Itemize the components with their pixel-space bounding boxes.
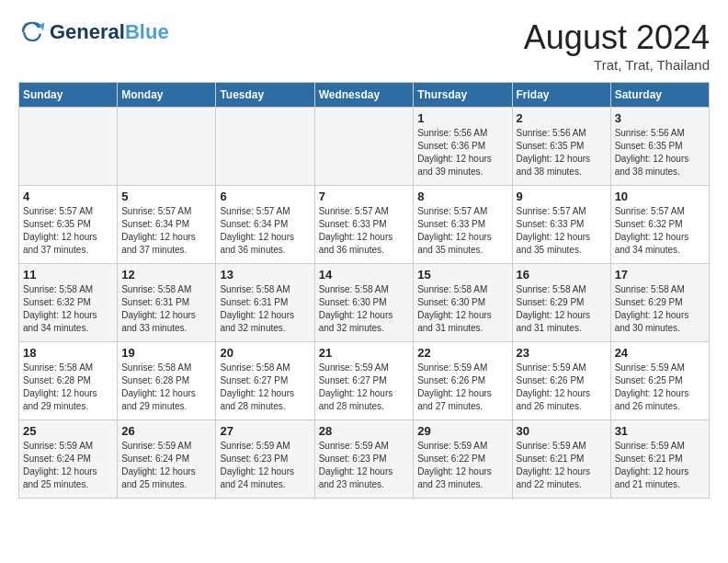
day-info: Sunrise: 5:58 AM Sunset: 6:31 PM Dayligh…: [220, 283, 310, 335]
main-title: August 2024: [524, 18, 710, 57]
logo-icon: [18, 18, 46, 46]
day-number: 1: [417, 111, 507, 125]
day-info: Sunrise: 5:59 AM Sunset: 6:21 PM Dayligh…: [517, 440, 607, 491]
day-info: Sunrise: 5:57 AM Sunset: 6:34 PM Dayligh…: [220, 205, 310, 257]
day-number: 26: [121, 424, 211, 438]
day-number: 17: [615, 268, 705, 282]
calendar-body: 1Sunrise: 5:56 AM Sunset: 6:36 PM Daylig…: [19, 108, 710, 499]
calendar-week-2: 4Sunrise: 5:57 AM Sunset: 6:35 PM Daylig…: [19, 186, 710, 264]
subtitle: Trat, Trat, Thailand: [524, 57, 710, 73]
day-info: Sunrise: 5:58 AM Sunset: 6:30 PM Dayligh…: [417, 283, 507, 335]
col-tuesday: Tuesday: [216, 83, 314, 108]
logo: GeneralBlue: [18, 18, 169, 46]
logo-text: GeneralBlue: [50, 21, 169, 43]
calendar-cell: 29Sunrise: 5:59 AM Sunset: 6:22 PM Dayli…: [414, 420, 512, 499]
day-number: 12: [121, 268, 211, 282]
calendar-cell: 14Sunrise: 5:58 AM Sunset: 6:30 PM Dayli…: [314, 264, 414, 342]
day-number: 2: [517, 111, 607, 125]
calendar-cell: [216, 108, 314, 186]
day-info: Sunrise: 5:57 AM Sunset: 6:33 PM Dayligh…: [517, 205, 607, 257]
calendar-cell: 25Sunrise: 5:59 AM Sunset: 6:24 PM Dayli…: [19, 420, 118, 499]
day-number: 29: [417, 424, 507, 438]
day-number: 3: [615, 111, 705, 125]
calendar-cell: 19Sunrise: 5:58 AM Sunset: 6:28 PM Dayli…: [118, 342, 216, 420]
calendar-cell: [314, 108, 414, 186]
calendar-cell: 16Sunrise: 5:58 AM Sunset: 6:29 PM Dayli…: [512, 264, 610, 342]
day-info: Sunrise: 5:58 AM Sunset: 6:27 PM Dayligh…: [220, 362, 310, 413]
calendar-cell: [118, 108, 216, 186]
col-monday: Monday: [118, 83, 216, 108]
calendar-cell: 13Sunrise: 5:58 AM Sunset: 6:31 PM Dayli…: [216, 264, 314, 342]
day-number: 7: [319, 190, 410, 203]
col-friday: Friday: [512, 83, 610, 108]
calendar-cell: 7Sunrise: 5:57 AM Sunset: 6:33 PM Daylig…: [314, 186, 414, 264]
day-number: 21: [319, 346, 410, 360]
day-info: Sunrise: 5:59 AM Sunset: 6:27 PM Dayligh…: [319, 362, 410, 413]
calendar-cell: 8Sunrise: 5:57 AM Sunset: 6:33 PM Daylig…: [414, 186, 512, 264]
day-number: 18: [23, 346, 113, 360]
day-info: Sunrise: 5:59 AM Sunset: 6:21 PM Dayligh…: [615, 440, 705, 491]
day-info: Sunrise: 5:59 AM Sunset: 6:24 PM Dayligh…: [121, 440, 211, 491]
page-header: GeneralBlue August 2024 Trat, Trat, Thai…: [18, 18, 710, 73]
calendar-cell: 17Sunrise: 5:58 AM Sunset: 6:29 PM Dayli…: [610, 264, 709, 342]
day-info: Sunrise: 5:58 AM Sunset: 6:29 PM Dayligh…: [615, 283, 705, 335]
calendar-cell: 1Sunrise: 5:56 AM Sunset: 6:36 PM Daylig…: [414, 108, 512, 186]
calendar-cell: 23Sunrise: 5:59 AM Sunset: 6:26 PM Dayli…: [512, 342, 610, 420]
calendar-cell: 24Sunrise: 5:59 AM Sunset: 6:25 PM Dayli…: [610, 342, 709, 420]
day-info: Sunrise: 5:58 AM Sunset: 6:28 PM Dayligh…: [23, 362, 113, 413]
day-number: 31: [615, 424, 705, 438]
day-number: 24: [615, 346, 705, 360]
day-number: 14: [319, 268, 410, 282]
calendar-cell: 22Sunrise: 5:59 AM Sunset: 6:26 PM Dayli…: [414, 342, 512, 420]
calendar-week-1: 1Sunrise: 5:56 AM Sunset: 6:36 PM Daylig…: [19, 108, 710, 186]
day-number: 4: [23, 190, 113, 203]
day-number: 25: [23, 424, 113, 438]
calendar-header-row: Sunday Monday Tuesday Wednesday Thursday…: [19, 83, 710, 108]
day-info: Sunrise: 5:58 AM Sunset: 6:28 PM Dayligh…: [121, 362, 211, 413]
calendar-cell: 31Sunrise: 5:59 AM Sunset: 6:21 PM Dayli…: [610, 420, 709, 499]
calendar-cell: 28Sunrise: 5:59 AM Sunset: 6:23 PM Dayli…: [314, 420, 414, 499]
day-info: Sunrise: 5:56 AM Sunset: 6:36 PM Dayligh…: [417, 127, 507, 178]
col-thursday: Thursday: [414, 83, 512, 108]
day-number: 16: [517, 268, 607, 282]
day-number: 6: [220, 190, 310, 203]
day-info: Sunrise: 5:59 AM Sunset: 6:25 PM Dayligh…: [615, 362, 705, 413]
day-info: Sunrise: 5:59 AM Sunset: 6:26 PM Dayligh…: [417, 362, 507, 413]
calendar-cell: 18Sunrise: 5:58 AM Sunset: 6:28 PM Dayli…: [19, 342, 118, 420]
calendar-cell: 15Sunrise: 5:58 AM Sunset: 6:30 PM Dayli…: [414, 264, 512, 342]
calendar-cell: 27Sunrise: 5:59 AM Sunset: 6:23 PM Dayli…: [216, 420, 314, 499]
day-info: Sunrise: 5:57 AM Sunset: 6:33 PM Dayligh…: [319, 205, 410, 257]
day-info: Sunrise: 5:59 AM Sunset: 6:26 PM Dayligh…: [517, 362, 607, 413]
day-number: 10: [615, 190, 705, 203]
calendar-cell: 10Sunrise: 5:57 AM Sunset: 6:32 PM Dayli…: [610, 186, 709, 264]
day-number: 30: [517, 424, 607, 438]
day-number: 27: [220, 424, 310, 438]
calendar-cell: 6Sunrise: 5:57 AM Sunset: 6:34 PM Daylig…: [216, 186, 314, 264]
calendar-week-5: 25Sunrise: 5:59 AM Sunset: 6:24 PM Dayli…: [19, 420, 710, 499]
day-info: Sunrise: 5:59 AM Sunset: 6:23 PM Dayligh…: [220, 440, 310, 491]
day-info: Sunrise: 5:57 AM Sunset: 6:35 PM Dayligh…: [23, 205, 113, 257]
day-info: Sunrise: 5:57 AM Sunset: 6:32 PM Dayligh…: [615, 205, 705, 257]
calendar-cell: 2Sunrise: 5:56 AM Sunset: 6:35 PM Daylig…: [512, 108, 610, 186]
day-number: 28: [319, 424, 410, 438]
day-number: 22: [417, 346, 507, 360]
day-info: Sunrise: 5:58 AM Sunset: 6:29 PM Dayligh…: [517, 283, 607, 335]
calendar-cell: 26Sunrise: 5:59 AM Sunset: 6:24 PM Dayli…: [118, 420, 216, 499]
day-info: Sunrise: 5:56 AM Sunset: 6:35 PM Dayligh…: [517, 127, 607, 178]
col-saturday: Saturday: [610, 83, 709, 108]
calendar-week-4: 18Sunrise: 5:58 AM Sunset: 6:28 PM Dayli…: [19, 342, 710, 420]
col-sunday: Sunday: [19, 83, 118, 108]
day-number: 11: [23, 268, 113, 282]
day-number: 13: [220, 268, 310, 282]
calendar-cell: 5Sunrise: 5:57 AM Sunset: 6:34 PM Daylig…: [118, 186, 216, 264]
day-info: Sunrise: 5:57 AM Sunset: 6:33 PM Dayligh…: [417, 205, 507, 257]
calendar-cell: 9Sunrise: 5:57 AM Sunset: 6:33 PM Daylig…: [512, 186, 610, 264]
day-number: 19: [121, 346, 211, 360]
day-info: Sunrise: 5:58 AM Sunset: 6:32 PM Dayligh…: [23, 283, 113, 335]
day-number: 9: [517, 190, 607, 203]
calendar-cell: 20Sunrise: 5:58 AM Sunset: 6:27 PM Dayli…: [216, 342, 314, 420]
calendar-cell: 11Sunrise: 5:58 AM Sunset: 6:32 PM Dayli…: [19, 264, 118, 342]
day-number: 8: [417, 190, 507, 203]
day-info: Sunrise: 5:58 AM Sunset: 6:31 PM Dayligh…: [121, 283, 211, 335]
day-number: 15: [417, 268, 507, 282]
